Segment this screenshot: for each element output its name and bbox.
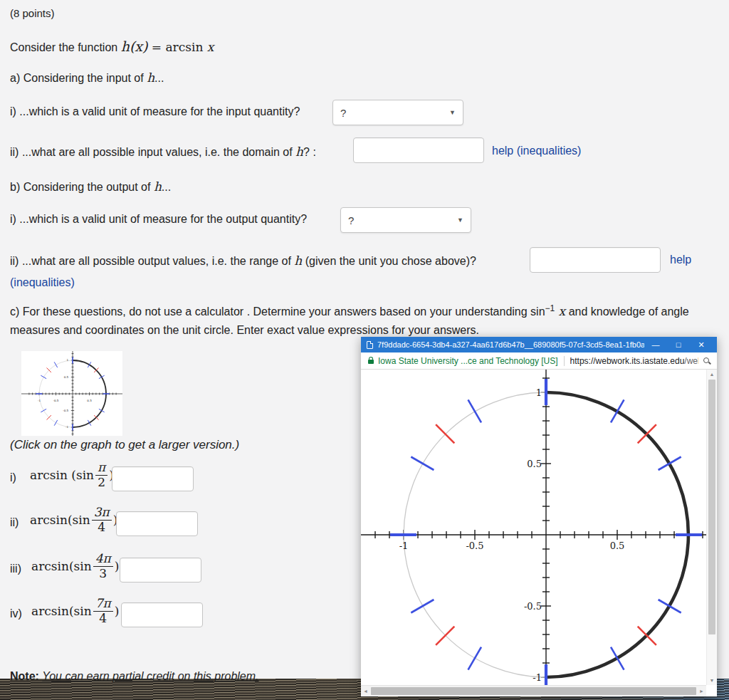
item-expression: arcsin(sin4π3): [31, 553, 119, 580]
dropdown-selected-value: ?: [348, 214, 457, 226]
points-label: (8 points): [10, 7, 55, 19]
item-row: ii) arcsin(sin3π4): [0, 506, 356, 539]
b-ii-post: (given the unit you chose above)?: [302, 255, 476, 267]
a-i-label: i) ...which is a valid unit of measure f…: [10, 105, 300, 118]
svg-text:1: 1: [66, 358, 68, 362]
click-for-larger-note: (Click on the graph to get a larger vers…: [10, 438, 239, 452]
url-text[interactable]: https://webwork.its.iastate.edu/webwork2…: [570, 356, 698, 366]
svg-text:-1: -1: [65, 425, 68, 429]
intro-text: Consider the function: [10, 41, 121, 53]
svg-text:-0.5: -0.5: [524, 601, 542, 612]
popup-addressbar[interactable]: Iowa State University ...ce and Technolo…: [361, 352, 717, 370]
unit-circle-thumbnail-svg: -1-0.50.510.5-0.5-1: [21, 351, 122, 436]
scroll-up-icon[interactable]: ▲: [707, 370, 717, 379]
svg-text:-0.5: -0.5: [466, 540, 483, 551]
b-ii-label: ii) ...what are all possible output valu…: [10, 254, 476, 268]
item-numeral: i): [10, 471, 16, 484]
image-popup-window: 7f9ddadc-6654-3db4-a327-4aa617d6b47b__68…: [361, 337, 717, 696]
part-b-pre: b) Considering the output of: [10, 181, 154, 193]
item-row: iii) arcsin(sin4π3): [0, 553, 356, 585]
help-link[interactable]: help: [670, 254, 691, 266]
svg-text:-1: -1: [399, 540, 409, 551]
note-bold: Note:: [10, 670, 39, 682]
webwork-problem-page: (8 points) Consider the function h(x) = …: [0, 0, 729, 700]
frac-denominator: 2: [95, 476, 107, 489]
part-a-var: h: [147, 70, 154, 85]
popup-content: -1-0.50.510.5-0.5-1: [361, 370, 706, 685]
svg-text:1: 1: [536, 387, 542, 398]
close-button[interactable]: ✕: [690, 340, 713, 350]
popup-title: 7f9ddadc-6654-3db4-a327-4aa617d6b47b__68…: [377, 340, 644, 349]
padlock-icon: [368, 360, 374, 364]
range-input[interactable]: [530, 247, 661, 273]
item-expression: arcsin(sin7π4): [31, 597, 119, 625]
part-b-post: ...: [162, 181, 171, 193]
vertical-scrollbar[interactable]: ▲ ▼: [706, 370, 717, 685]
answer-input-iv[interactable]: [121, 602, 203, 627]
expr-prefix: arcsin(sin: [31, 559, 92, 573]
maximize-button[interactable]: □: [667, 340, 690, 350]
svg-text:0.5: 0.5: [64, 375, 69, 379]
row-a-i: i) ...which is a valid unit of measure f…: [0, 100, 729, 125]
expr-suffix: ): [115, 559, 120, 573]
dropdown-selected-value: ?: [340, 107, 449, 119]
svg-text:-1: -1: [38, 399, 41, 402]
help-inequalities-link[interactable]: help (inequalities): [492, 145, 581, 157]
horizontal-scrollbar[interactable]: ◄ ►: [361, 685, 706, 696]
address-separator: [564, 356, 565, 366]
item-numeral: iii): [10, 563, 21, 575]
popup-titlebar[interactable]: 7f9ddadc-6654-3db4-a327-4aa617d6b47b__68…: [361, 337, 717, 352]
item-numeral: ii): [10, 516, 19, 529]
vertical-scroll-thumb[interactable]: [708, 380, 715, 634]
output-unit-dropdown[interactable]: ? ▼: [340, 207, 471, 233]
horizontal-scroll-thumb[interactable]: [371, 687, 696, 695]
b-i-label: i) ...which is a valid unit of measure f…: [10, 213, 307, 226]
frac-denominator: 4: [93, 612, 113, 625]
row-b-ii: ii) ...what are all possible output valu…: [0, 247, 729, 274]
input-unit-dropdown[interactable]: ? ▼: [332, 100, 463, 125]
problem-intro: Consider the function h(x) = arcsin x: [10, 38, 214, 54]
frac-denominator: 4: [92, 521, 112, 534]
item-expression: arcsin(sin3π4): [30, 506, 117, 534]
frac-numerator: 4π: [93, 553, 113, 567]
scroll-down-icon[interactable]: ▼: [707, 676, 717, 685]
scroll-left-icon[interactable]: ◄: [361, 689, 370, 694]
unit-circle-graph: -1-0.50.510.5-0.5-1: [361, 370, 706, 685]
part-a-post: ...: [154, 72, 164, 84]
expr-prefix: arcsin(sin: [31, 604, 92, 618]
row-b-i: i) ...which is a valid unit of measure f…: [0, 207, 729, 233]
inequalities-link[interactable]: (inequalities): [10, 276, 75, 289]
frac-denominator: 3: [93, 567, 113, 580]
b-ii-var: h: [294, 254, 302, 268]
c-sup: −1: [545, 303, 555, 313]
intro-x: x: [207, 40, 214, 54]
domain-input[interactable]: [353, 137, 484, 163]
item-numeral: iv): [10, 607, 22, 620]
part-c-paragraph: c) For these questions, do not use a cal…: [10, 302, 725, 340]
document-icon: [367, 341, 373, 349]
frac-numerator: π: [95, 461, 107, 476]
minimize-button[interactable]: —: [644, 340, 667, 350]
intro-eq: = arcsin: [147, 40, 206, 54]
partial-credit-note: Note: You can earn partial credit on thi…: [10, 670, 259, 683]
c-x: x: [555, 304, 565, 318]
expr-suffix: ): [115, 604, 120, 618]
svg-text:0.5: 0.5: [87, 399, 92, 402]
a-ii-pre: ii) ...what are all possible input value…: [10, 146, 295, 158]
answer-input-i[interactable]: [112, 466, 194, 491]
part-b-heading: b) Considering the output of h...: [10, 179, 171, 194]
c-text-1: c) For these questions, do not use a cal…: [10, 305, 545, 318]
chevron-down-icon: ▼: [457, 216, 463, 224]
item-row: iv) arcsin(sin7π4): [0, 597, 356, 630]
zoom-search-icon[interactable]: [703, 357, 711, 365]
item-row: i) arcsin (sinπ2): [0, 461, 356, 494]
svg-text:0.5: 0.5: [610, 540, 625, 551]
answer-input-iii[interactable]: [120, 558, 201, 583]
item-expression: arcsin (sinπ2): [30, 461, 114, 489]
answer-input-ii[interactable]: [116, 511, 198, 536]
svg-text:0.5: 0.5: [527, 459, 542, 469]
chevron-down-icon: ▼: [449, 109, 456, 116]
unit-circle-thumbnail[interactable]: -1-0.50.510.5-0.5-1: [21, 351, 122, 436]
scroll-right-icon[interactable]: ►: [697, 689, 706, 694]
part-b-var: h: [154, 179, 162, 194]
